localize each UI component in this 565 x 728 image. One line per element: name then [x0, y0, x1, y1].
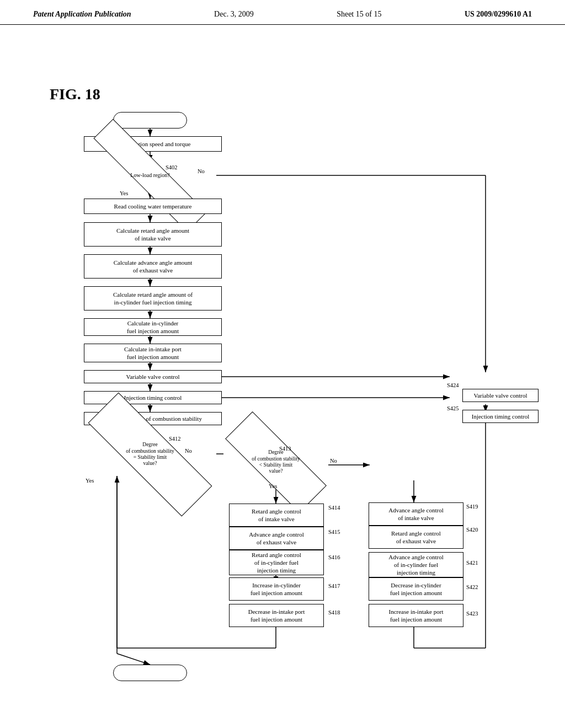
s420-label: S420 [466, 527, 478, 533]
s421-label: S421 [466, 560, 478, 566]
svg-line-37 [117, 654, 150, 665]
advance-intake-419-text: Advance angle control of intake valve [388, 506, 444, 522]
increase-intake-423-text: Increase in-intake port fuel injection a… [389, 608, 444, 624]
decrease-intake-418-box: Decrease in-intake port fuel injection a… [229, 604, 324, 627]
header-sheet: Sheet 15 of 15 [337, 10, 381, 19]
retard-intake-414-box: Retard angle control of intake valve [229, 504, 324, 527]
variable-valve-ctrl-text: Variable valve control [126, 373, 179, 381]
yes-label-s413: Yes [269, 483, 277, 489]
s412-diamond: Degree of combustion stability = Stabili… [84, 433, 216, 476]
yes-label-s412: Yes [86, 478, 94, 484]
retard-injection-416-text: Retard angle control of in-cylinder fuel… [252, 551, 301, 575]
retard-exhaust-420-text: Retard angle control of exhaust valve [391, 529, 441, 545]
s415-label: S415 [328, 529, 340, 535]
s424-label: S424 [447, 382, 459, 388]
injection-timing-425-text: Injection timing control [472, 413, 529, 420]
s422-label: S422 [466, 584, 478, 590]
increase-incylinder-417-box: Increase in-cylinder fuel injection amou… [229, 577, 324, 601]
retard-injection-416-box: Retard angle control of in-cylinder fuel… [229, 550, 324, 575]
calc-retard-intake-box: Calculate retard angle amount of intake … [84, 222, 222, 247]
s402-diamond: Low-load region? [84, 162, 216, 189]
injection-timing-425-box: Injection timing control [462, 410, 539, 423]
yes-label-s402: Yes [120, 190, 128, 196]
header-patent: US 2009/0299610 A1 [465, 10, 532, 19]
advance-exhaust-415-box: Advance angle control of exhaust valve [229, 527, 324, 550]
variable-valve-424-box: Variable valve control [462, 389, 539, 402]
advance-intake-419-box: Advance angle control of intake valve [369, 502, 463, 526]
retard-intake-414-text: Retard angle control of intake valve [252, 507, 301, 523]
advance-exhaust-415-text: Advance angle control of exhaust valve [249, 531, 304, 547]
calc-intake-port-text: Calculate in-intake port fuel injection … [124, 345, 182, 361]
calc-retard-injection-box: Calculate retard angle amount of in-cyli… [84, 286, 222, 311]
fig-title: FIG. 18 [50, 85, 100, 103]
header-date: Dec. 3, 2009 [214, 10, 254, 19]
calc-incylinder-text: Calculate in-cylinder fuel injection amo… [127, 319, 179, 335]
advance-injection-421-box: Advance angle control of in-cylinder fue… [369, 552, 463, 577]
calc-retard-intake-text: Calculate retard angle amount of intake … [116, 227, 189, 243]
increase-intake-423-box: Increase in-intake port fuel injection a… [369, 604, 463, 627]
injection-timing-ctrl-box: Injection timing control [84, 391, 222, 404]
variable-valve-ctrl-box: Variable valve control [84, 370, 222, 383]
no-label-s413: No [330, 458, 337, 464]
header-publication: Patent Application Publication [33, 10, 131, 19]
degree-stability-eq-text: Degree of combustion stability = Stabili… [126, 442, 174, 467]
s416-label: S416 [328, 554, 340, 560]
variable-valve-424-text: Variable valve control [473, 392, 527, 399]
return-node [113, 665, 187, 681]
s425-label: S425 [447, 405, 459, 411]
increase-incylinder-417-text: Increase in-cylinder fuel injection amou… [250, 581, 302, 597]
calc-intake-port-box: Calculate in-intake port fuel injection … [84, 344, 222, 362]
calc-advance-exhaust-text: Calculate advance angle amount of exhaus… [114, 259, 193, 275]
advance-injection-421-text: Advance angle control of in-cylinder fue… [388, 553, 444, 577]
calc-advance-exhaust-box: Calculate advance angle amount of exhaus… [84, 254, 222, 279]
s417-label: S417 [328, 583, 340, 589]
low-load-text: Low-load region? [130, 172, 169, 179]
calc-incylinder-box: Calculate in-cylinder fuel injection amo… [84, 318, 222, 336]
degree-stability-lt-text: Degree of combustion stability < Stabili… [252, 449, 300, 475]
read-cooling-box: Read cooling water temperature [84, 199, 222, 214]
retard-exhaust-420-box: Retard angle control of exhaust valve [369, 526, 463, 549]
s423-label: S423 [466, 611, 478, 617]
s413-diamond: Degree of combustion stability < Stabili… [223, 443, 328, 481]
read-cooling-text: Read cooling water temperature [114, 202, 192, 210]
page-header: Patent Application Publication Dec. 3, 2… [0, 0, 565, 25]
decrease-incylinder-422-text: Decrease in-cylinder fuel injection amou… [390, 581, 442, 597]
start-node [113, 112, 187, 129]
injection-timing-ctrl-text: Injection timing control [124, 394, 182, 402]
s418-label: S418 [328, 609, 340, 615]
s414-label: S414 [328, 505, 340, 511]
decrease-intake-418-text: Decrease in-intake port fuel injection a… [248, 608, 305, 624]
calc-retard-injection-text: Calculate retard angle amount of in-cyli… [113, 291, 193, 307]
decrease-incylinder-422-box: Decrease in-cylinder fuel injection amou… [369, 577, 463, 601]
s419-label: S419 [466, 504, 478, 510]
